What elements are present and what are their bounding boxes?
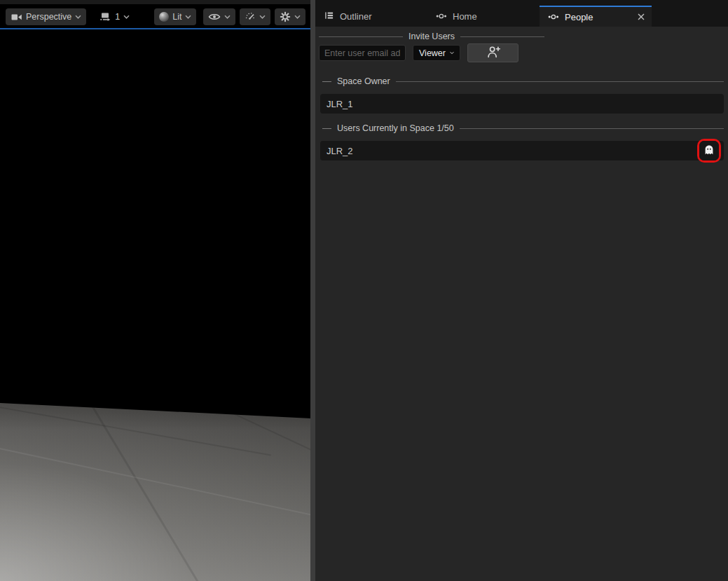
viewport-floor [0, 0, 310, 581]
user-name: JLR_2 [327, 146, 353, 156]
chevron-down-icon [224, 15, 231, 19]
space-owner-title: Space Owner [337, 76, 390, 86]
invite-email-input[interactable] [319, 45, 406, 61]
users-in-space-title: Users Currently in Space 1/50 [337, 123, 454, 133]
floor-tile-seam [83, 392, 205, 581]
people-panel-content: Invite Users Viewer [315, 27, 728, 581]
ghost-icon [703, 144, 715, 158]
lit-sphere-icon [159, 12, 169, 22]
invite-users-title: Invite Users [408, 32, 455, 41]
ghost-mode-button[interactable] [699, 141, 719, 160]
screen-size-label: 1 [115, 12, 120, 22]
screen-size-icon [99, 11, 111, 22]
floor-tile-seam [0, 404, 271, 456]
space-owner-section-header: Space Owner [322, 76, 724, 86]
viewport-settings-dropdown-button[interactable] [275, 8, 305, 25]
invite-users-form: Viewer [315, 43, 728, 64]
right-panel: Outliner Home People [315, 0, 728, 581]
viewport-top-strip [0, 0, 310, 4]
app-logo-icon [436, 11, 447, 22]
viewport-active-border [0, 28, 310, 29]
section-divider-line [396, 81, 724, 82]
chevron-down-icon [259, 15, 266, 19]
chevron-down-icon [294, 15, 301, 19]
3d-viewport[interactable]: Perspective 1 Lit [0, 0, 310, 581]
show-flags-dropdown-button[interactable] [203, 8, 235, 25]
role-select-value: Viewer [419, 48, 446, 58]
screen-size-dropdown-button[interactable]: 1 [95, 8, 135, 25]
users-in-space-section-header: Users Currently in Space 1/50 [322, 123, 724, 133]
tab-people[interactable]: People [540, 6, 652, 27]
section-dash [322, 81, 331, 82]
eye-icon [208, 13, 221, 21]
invite-add-user-button[interactable] [467, 43, 518, 62]
perspective-dropdown-button[interactable]: Perspective [6, 8, 86, 25]
app-window: Perspective 1 Lit [0, 0, 728, 581]
invite-role-select[interactable]: Viewer [413, 45, 460, 61]
owner-name: JLR_1 [327, 99, 353, 109]
perspective-label: Perspective [26, 12, 71, 22]
owner-row[interactable]: JLR_1 [320, 94, 724, 114]
invite-users-section-header: Invite Users [319, 32, 544, 41]
person-add-icon [485, 44, 502, 62]
highlight-ring [697, 139, 721, 163]
section-divider-line [460, 128, 724, 129]
chevron-down-icon [450, 50, 454, 55]
gear-icon [280, 11, 291, 22]
tab-label: Outliner [340, 11, 372, 22]
outliner-list-icon [324, 11, 334, 22]
panel-tab-bar: Outliner Home People [315, 0, 728, 27]
section-divider-line [319, 36, 403, 37]
performance-gauge-dropdown-button[interactable] [240, 8, 270, 25]
floor-tile-seam [210, 402, 310, 466]
lit-viewmode-dropdown-button[interactable]: Lit [154, 8, 196, 25]
tab-label: Home [453, 11, 477, 22]
camera-icon [11, 12, 22, 22]
chevron-down-icon [75, 15, 81, 19]
app-logo-icon [548, 12, 559, 22]
close-icon[interactable] [638, 13, 645, 20]
viewport-toolbar: Perspective 1 Lit [0, 8, 310, 25]
chevron-down-icon [123, 15, 130, 19]
tab-outliner[interactable]: Outliner [315, 6, 427, 27]
gauge-icon [245, 11, 256, 22]
tab-label: People [565, 12, 593, 22]
lit-label: Lit [172, 12, 181, 22]
section-dash [322, 128, 331, 129]
tab-home[interactable]: Home [427, 6, 540, 27]
user-row[interactable]: JLR_2 [320, 141, 724, 160]
chevron-down-icon [185, 15, 191, 19]
panel-splitter[interactable] [310, 0, 315, 581]
section-divider-line [460, 36, 544, 37]
